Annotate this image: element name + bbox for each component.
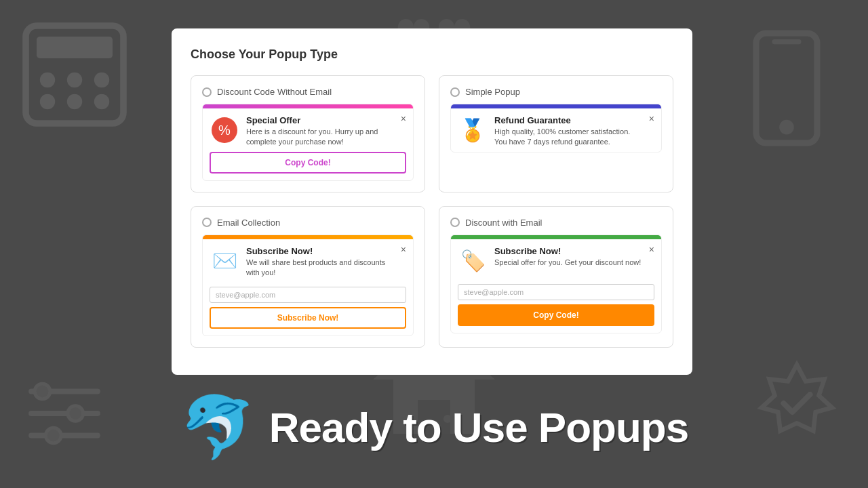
- preview-icon-2: 🏅: [458, 115, 488, 145]
- banner-text: Ready to Use Popups: [269, 403, 688, 451]
- preview-discount-no-email: % Special Offer Here is a discount for y…: [202, 104, 414, 181]
- preview-text-4: Subscribe Now! Special offer for you. Ge…: [494, 246, 642, 268]
- option-discount-no-email[interactable]: Discount Code Without Email % Special Of…: [191, 75, 425, 192]
- preview-input-3: steve@apple.com: [210, 287, 406, 303]
- preview-content-4: 🏷️ Subscribe Now! Special offer for you.…: [451, 239, 661, 280]
- option-label-4: Discount with Email: [465, 218, 542, 228]
- svg-point-4: [94, 73, 109, 87]
- svg-rect-0: [26, 26, 123, 123]
- preview-close-4[interactable]: ×: [649, 245, 654, 254]
- option-simple-popup[interactable]: Simple Popup 🏅 Refund Guarantee High qua…: [439, 75, 673, 192]
- modal-title: Choose Your Popup Type: [191, 47, 673, 62]
- preview-desc-1: Here is a discount for you. Hurry up and…: [246, 127, 394, 148]
- preview-close-3[interactable]: ×: [401, 245, 406, 254]
- popup-options-grid: Discount Code Without Email % Special Of…: [191, 75, 673, 348]
- option-header-4: Discount with Email: [450, 218, 662, 228]
- preview-email-collection: ✉️ Subscribe Now! We will share best pro…: [202, 235, 414, 336]
- sale-icon: 🏷️: [460, 249, 486, 272]
- svg-point-10: [779, 120, 794, 135]
- preview-icon-1: %: [210, 115, 239, 145]
- preview-title-4: Subscribe Now!: [494, 246, 642, 256]
- option-discount-with-email[interactable]: Discount with Email 🏷️ Subscribe Now! Sp…: [439, 206, 673, 348]
- preview-desc-2: High quality, 100% customer satisfaction…: [494, 127, 642, 148]
- svg-rect-1: [37, 37, 113, 58]
- preview-text-1: Special Offer Here is a discount for you…: [246, 115, 394, 148]
- preview-desc-4: Special offer for you. Get your discount…: [494, 258, 642, 268]
- popup-type-modal: Choose Your Popup Type Discount Code Wit…: [172, 28, 692, 375]
- radio-simple-popup[interactable]: [450, 87, 460, 97]
- preview-btn-1[interactable]: Copy Code!: [210, 152, 406, 174]
- option-header-2: Simple Popup: [450, 87, 662, 97]
- preview-content-2: 🏅 Refund Guarantee High quality, 100% cu…: [451, 108, 661, 152]
- svg-rect-9: [756, 33, 817, 143]
- preview-input-4: steve@apple.com: [458, 284, 654, 300]
- option-header-3: Email Collection: [202, 218, 414, 228]
- svg-point-7: [94, 94, 109, 109]
- preview-discount-with-email: 🏷️ Subscribe Now! Special offer for you.…: [450, 235, 662, 333]
- preview-text-3: Subscribe Now! We will share best produc…: [246, 246, 394, 279]
- phone-icon: [746, 27, 827, 149]
- svg-point-5: [40, 94, 55, 109]
- option-label-1: Discount Code Without Email: [217, 87, 332, 97]
- radio-email-collection[interactable]: [202, 218, 212, 227]
- preview-title-2: Refund Guarantee: [494, 115, 642, 125]
- preview-content-1: % Special Offer Here is a discount for y…: [203, 108, 413, 152]
- calculator-icon: (×): [20, 20, 129, 129]
- preview-icon-3: ✉️: [210, 246, 239, 276]
- radio-discount-no-email[interactable]: [202, 87, 212, 97]
- svg-point-2: [40, 73, 55, 87]
- preview-icon-4: 🏷️: [458, 246, 488, 276]
- preview-title-1: Special Offer: [246, 115, 394, 125]
- option-header-1: Discount Code Without Email: [202, 87, 414, 97]
- envelope-icon: ✉️: [212, 249, 237, 272]
- option-label-2: Simple Popup: [465, 87, 520, 97]
- percent-icon: %: [212, 117, 237, 143]
- preview-desc-3: We will share best products and discount…: [246, 258, 394, 279]
- preview-text-2: Refund Guarantee High quality, 100% cust…: [494, 115, 642, 148]
- option-label-3: Email Collection: [217, 218, 280, 228]
- svg-rect-11: [772, 39, 801, 44]
- preview-content-3: ✉️ Subscribe Now! We will share best pro…: [203, 239, 413, 283]
- option-email-collection[interactable]: Email Collection ✉️ Subscribe Now! We wi…: [191, 206, 425, 348]
- preview-close-1[interactable]: ×: [401, 114, 406, 123]
- bottom-banner: 🐬 Ready to Use Popups: [0, 366, 868, 488]
- preview-btn-4[interactable]: Copy Code!: [458, 304, 654, 326]
- dolphin-icon: 🐬: [180, 396, 256, 458]
- preview-close-2[interactable]: ×: [649, 114, 654, 123]
- preview-simple-popup: 🏅 Refund Guarantee High quality, 100% cu…: [450, 104, 662, 152]
- award-icon: 🏅: [459, 117, 486, 143]
- svg-point-6: [67, 94, 82, 109]
- preview-title-3: Subscribe Now!: [246, 246, 394, 256]
- radio-discount-with-email[interactable]: [450, 218, 460, 227]
- svg-point-3: [67, 73, 82, 87]
- preview-btn-3[interactable]: Subscribe Now!: [210, 307, 406, 329]
